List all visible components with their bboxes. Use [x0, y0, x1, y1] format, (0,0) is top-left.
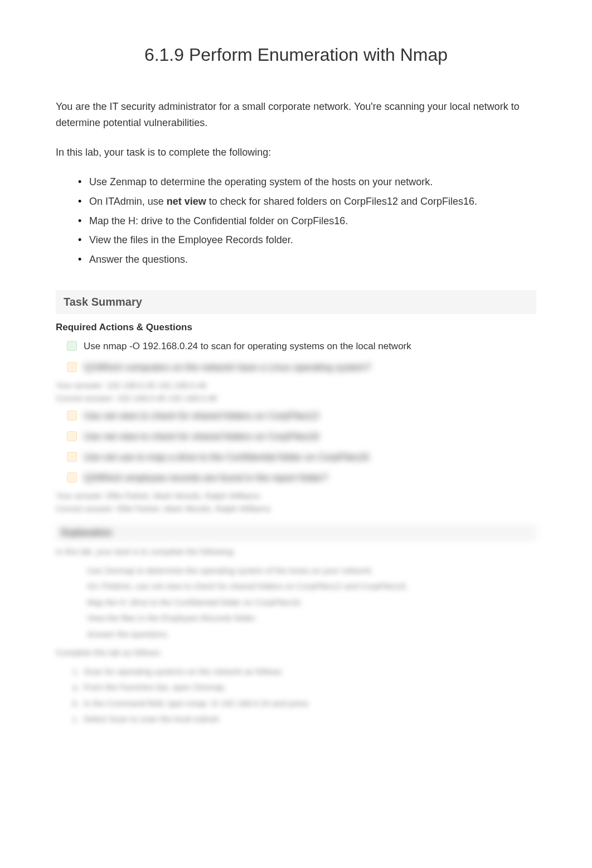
action-item: Use net use to map a drive to the Confid…: [67, 450, 536, 465]
task-bullet-list: Use Zenmap to determine the operating sy…: [56, 173, 536, 268]
action-item: Use net view to check for shared folders…: [67, 408, 536, 423]
action-list: Use nmap -O 192.168.0.24 to scan for ope…: [56, 339, 536, 374]
your-answer: Your answer: 192.168.0.45 192.168.0.46: [56, 380, 536, 390]
explanation-bullets: Use Zenmap to determine the operating sy…: [56, 563, 536, 642]
action-text-blurred: Use net view to check for shared folders…: [84, 408, 319, 423]
action-item: Q2Which employee records are found in th…: [67, 470, 536, 485]
check-icon: [67, 472, 77, 483]
check-icon: [67, 452, 77, 462]
list-item: View the files in the Employee Records f…: [78, 232, 536, 249]
action-text-blurred: Q2Which employee records are found in th…: [84, 470, 328, 485]
action-item: Use nmap -O 192.168.0.24 to scan for ope…: [67, 339, 536, 354]
list-item: Map the H: drive to the Confidential fol…: [78, 213, 536, 230]
required-actions-heading: Required Actions & Questions: [56, 322, 536, 333]
correct-answer: Correct answer: Ellie Parker, Mark Woods…: [56, 504, 536, 513]
action-item: Use net view to check for shared folders…: [67, 429, 536, 444]
step-item: 1.Scan for operating systems on the netw…: [72, 664, 536, 679]
task-intro: In this lab, your task is to complete th…: [56, 144, 536, 161]
list-item: On ITAdmin, use net view to check for sh…: [78, 193, 536, 210]
task-summary-title: Task Summary: [64, 296, 528, 308]
action-text: Use nmap -O 192.168.0.24 to scan for ope…: [84, 339, 411, 354]
list-item: View the files in the Employee Records f…: [78, 611, 536, 625]
list-item: Answer the questions.: [78, 627, 536, 642]
list-item: Answer the questions.: [78, 251, 536, 268]
bold-text: net view: [167, 196, 206, 207]
action-item: Q1Which computers on the network have a …: [67, 360, 536, 375]
your-answer: Your answer: Ellie Parker, Mark Woods, R…: [56, 491, 536, 500]
task-summary-header: Task Summary: [56, 290, 536, 314]
step-item: a.From the Favorites bar, open Zenmap.: [72, 680, 536, 695]
list-item: Map the H: drive to the Confidential fol…: [78, 595, 536, 610]
explanation-intro: In this lab, your task is to complete th…: [56, 544, 536, 559]
list-item: Use Zenmap to determine the operating sy…: [78, 173, 536, 191]
action-text-blurred: Q1Which computers on the network have a …: [84, 360, 371, 375]
step-item: b.In the Command field, type nmap -O 192…: [72, 696, 536, 711]
step-item: c.Select Scan to scan the local subnet.: [72, 712, 536, 726]
page-title: 6.1.9 Perform Enumeration with Nmap: [56, 45, 536, 65]
intro-paragraph: You are the IT security administrator fo…: [56, 99, 536, 131]
explanation-body: In this lab, your task is to complete th…: [56, 544, 536, 726]
list-item-text: On ITAdmin, use net view to check for sh…: [89, 196, 477, 207]
explanation-steps-intro: Complete this lab as follows:: [56, 645, 536, 660]
check-icon: [67, 362, 77, 372]
explanation-steps: 1.Scan for operating systems on the netw…: [56, 664, 536, 726]
action-list: Use net view to check for shared folders…: [56, 408, 536, 486]
check-icon: [67, 341, 77, 351]
check-icon: [67, 411, 77, 421]
explanation-header: Explanation: [56, 524, 536, 541]
correct-answer: Correct answer: 192.168.0.45 192.168.0.4…: [56, 393, 536, 403]
action-text-blurred: Use net use to map a drive to the Confid…: [84, 450, 369, 465]
list-item: Use Zenmap to determine the operating sy…: [78, 563, 536, 578]
check-icon: [67, 431, 77, 441]
action-text-blurred: Use net view to check for shared folders…: [84, 429, 319, 444]
list-item: On ITAdmin, use net view to check for sh…: [78, 579, 536, 594]
explanation-title: Explanation: [61, 528, 112, 537]
